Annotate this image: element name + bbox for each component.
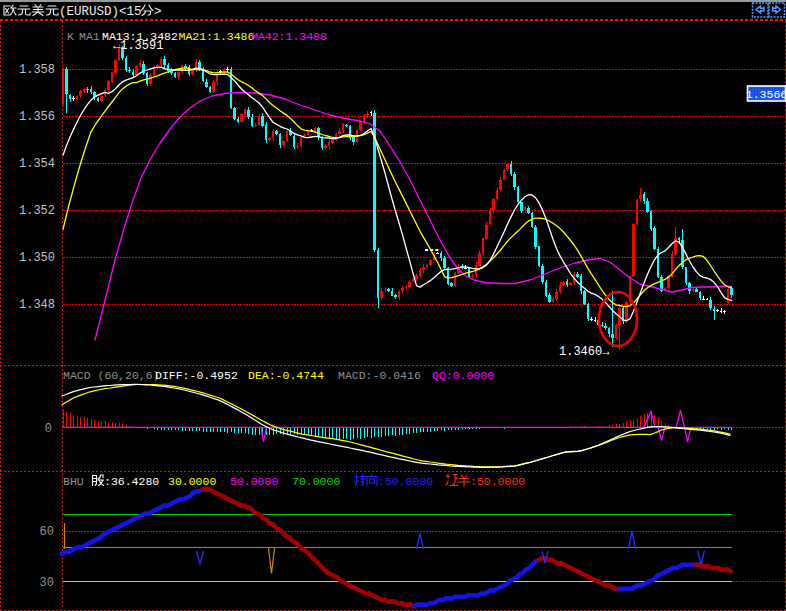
svg-text:MACD (60,20,6): MACD (60,20,6): [63, 369, 160, 382]
svg-text:MA42:1.3488: MA42:1.3488: [251, 30, 327, 43]
svg-text:30: 30: [40, 576, 54, 590]
svg-text::50.0000: :50.0000: [470, 475, 525, 488]
svg-text:1.354: 1.354: [19, 157, 55, 171]
svg-text:1.348: 1.348: [19, 298, 55, 312]
svg-text:DEA:-0.4744: DEA:-0.4744: [248, 369, 324, 382]
svg-text::36.4280: :36.4280: [104, 475, 159, 488]
svg-text:50.0000: 50.0000: [230, 475, 278, 488]
svg-text:1.358: 1.358: [19, 63, 55, 77]
svg-text:1.3566: 1.3566: [746, 88, 786, 101]
svg-text:DIFF:-0.4952: DIFF:-0.4952: [155, 369, 238, 382]
svg-text:QQ:0.0000: QQ:0.0000: [432, 369, 494, 382]
svg-text:1.352: 1.352: [19, 204, 55, 218]
svg-text:(EURUSD)<15: (EURUSD)<15: [59, 5, 142, 19]
svg-text:1.350: 1.350: [19, 251, 55, 265]
svg-text:BHU: BHU: [63, 475, 84, 488]
svg-text:K: K: [67, 30, 74, 43]
svg-text:MA21:1.3486: MA21:1.3486: [179, 30, 255, 43]
svg-text::50.0000: :50.0000: [378, 475, 433, 488]
svg-text:MA1: MA1: [79, 30, 100, 43]
svg-text:1.3460→: 1.3460→: [559, 345, 610, 359]
svg-text:30.0000: 30.0000: [168, 475, 216, 488]
svg-text:MACD:-0.0416: MACD:-0.0416: [338, 369, 421, 382]
svg-text:60: 60: [40, 525, 54, 539]
svg-text:70.0000: 70.0000: [292, 475, 340, 488]
svg-text:1.356: 1.356: [19, 110, 55, 124]
svg-text:←1.3591: ←1.3591: [113, 39, 163, 53]
svg-text:>: >: [154, 5, 162, 19]
svg-text:0: 0: [45, 422, 52, 436]
